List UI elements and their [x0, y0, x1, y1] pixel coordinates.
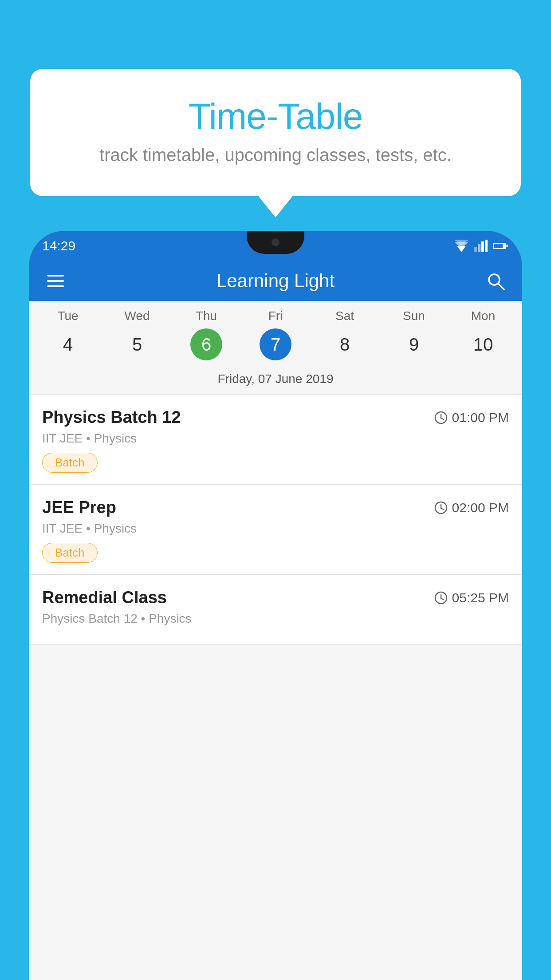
- app-bar: Learning Light: [29, 261, 522, 301]
- screen-content: Tue Wed Thu Fri Sat Sun Mon 4 5 6 7 8 9 …: [29, 301, 522, 980]
- day-name-thu: Thu: [172, 309, 241, 323]
- wifi-icon: [454, 240, 469, 252]
- day-name-fri: Fri: [241, 309, 310, 323]
- status-time: 14:29: [42, 238, 75, 253]
- signal-icon: [474, 240, 488, 252]
- day-name-sun: Sun: [379, 309, 449, 323]
- battery-icon: [493, 241, 509, 250]
- day-num-6-today[interactable]: 6: [190, 328, 222, 360]
- schedule-time-2: 02:00 PM: [434, 500, 509, 515]
- status-bar: 14:29: [29, 231, 522, 261]
- app-bar-title: Learning Light: [69, 270, 482, 292]
- svg-rect-12: [47, 285, 64, 287]
- selected-date-label: Friday, 07 June 2019: [29, 368, 522, 395]
- svg-rect-4: [478, 244, 480, 252]
- batch-badge-2: Batch: [42, 543, 98, 563]
- schedule-time-text-3: 05:25 PM: [452, 590, 509, 605]
- batch-badge-1: Batch: [42, 453, 98, 473]
- schedule-time-1: 01:00 PM: [434, 410, 509, 425]
- schedule-time-text-1: 01:00 PM: [452, 410, 509, 425]
- clock-icon-1: [434, 411, 448, 424]
- svg-rect-11: [47, 280, 64, 282]
- schedule-item-3-header: Remedial Class 05:25 PM: [42, 588, 509, 607]
- clock-icon-3: [434, 591, 448, 605]
- status-icons: [454, 240, 509, 252]
- day-name-tue: Tue: [33, 309, 102, 323]
- day-numbers: 4 5 6 7 8 9 10: [29, 327, 522, 368]
- day-name-wed: Wed: [102, 309, 172, 323]
- svg-rect-9: [494, 244, 503, 248]
- camera-dot: [272, 238, 279, 246]
- tooltip-title: Time-Table: [52, 95, 499, 137]
- schedule-time-text-2: 02:00 PM: [452, 500, 509, 515]
- menu-icon[interactable]: [42, 275, 69, 287]
- svg-rect-8: [506, 245, 508, 247]
- search-button[interactable]: [482, 272, 509, 290]
- svg-rect-10: [47, 275, 64, 277]
- day-num-10[interactable]: 10: [449, 328, 518, 360]
- day-name-mon: Mon: [449, 309, 518, 323]
- schedule-meta-1: IIT JEE • Physics: [42, 431, 509, 446]
- clock-icon-2: [434, 501, 448, 514]
- day-name-sat: Sat: [310, 309, 379, 323]
- day-headers: Tue Wed Thu Fri Sat Sun Mon: [29, 305, 522, 327]
- schedule-meta-3: Physics Batch 12 • Physics: [42, 612, 509, 626]
- day-num-8[interactable]: 8: [310, 328, 379, 360]
- svg-line-20: [441, 508, 444, 510]
- schedule-title-3: Remedial Class: [42, 588, 167, 607]
- schedule-list: Physics Batch 12 01:00 PM IIT JEE • Phys…: [29, 395, 522, 645]
- schedule-item-2[interactable]: JEE Prep 02:00 PM IIT JEE • Physics Batc…: [29, 485, 522, 575]
- day-num-7-selected[interactable]: 7: [260, 328, 291, 360]
- day-num-5[interactable]: 5: [102, 328, 172, 360]
- schedule-item-2-header: JEE Prep 02:00 PM: [42, 498, 509, 517]
- schedule-item-3[interactable]: Remedial Class 05:25 PM Physics Batch 12…: [29, 575, 522, 645]
- svg-line-23: [441, 598, 444, 600]
- tooltip-subtitle: track timetable, upcoming classes, tests…: [52, 145, 499, 165]
- phone-notch: [247, 231, 304, 254]
- tooltip-card: Time-Table track timetable, upcoming cla…: [30, 69, 521, 196]
- schedule-item-1[interactable]: Physics Batch 12 01:00 PM IIT JEE • Phys…: [29, 395, 522, 485]
- phone-frame: 14:29: [29, 231, 522, 980]
- day-num-4[interactable]: 4: [33, 328, 102, 360]
- svg-rect-5: [481, 241, 484, 252]
- schedule-title-2: JEE Prep: [42, 498, 116, 517]
- schedule-time-3: 05:25 PM: [434, 590, 509, 605]
- svg-rect-6: [485, 240, 488, 252]
- day-num-9[interactable]: 9: [379, 328, 449, 360]
- calendar-strip: Tue Wed Thu Fri Sat Sun Mon 4 5 6 7 8 9 …: [29, 301, 522, 395]
- svg-rect-3: [474, 247, 477, 252]
- svg-line-17: [441, 418, 444, 419]
- schedule-title-1: Physics Batch 12: [42, 408, 181, 427]
- svg-line-14: [498, 284, 504, 289]
- schedule-item-1-header: Physics Batch 12 01:00 PM: [42, 408, 509, 427]
- schedule-meta-2: IIT JEE • Physics: [42, 522, 509, 536]
